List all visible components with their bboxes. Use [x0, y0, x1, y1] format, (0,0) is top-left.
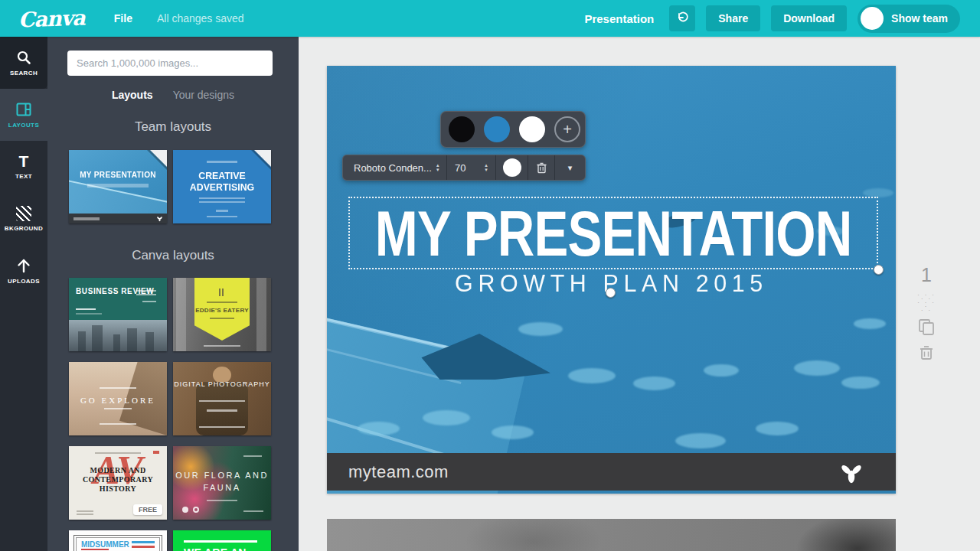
thumb-title: GO EXPLORE	[69, 396, 167, 405]
file-menu[interactable]: File	[114, 12, 132, 24]
layout-grid-icon	[15, 101, 32, 118]
search-input[interactable]	[67, 51, 273, 76]
layout-thumb-midsummer[interactable]: MIDSUMMER	[69, 530, 167, 551]
magnifier-icon	[15, 49, 32, 66]
thumb-text-bar	[243, 455, 262, 457]
flower-logo-icon	[839, 460, 864, 484]
thumb-text-bar	[77, 510, 93, 512]
text-color-button[interactable]	[496, 155, 529, 180]
section-title-team-layouts: Team layouts	[47, 119, 299, 135]
cloud-shape	[756, 422, 799, 435]
upload-arrow-icon	[15, 257, 32, 274]
layout-thumb-creative-advertising[interactable]: CREATIVE ADVERTISING	[173, 150, 271, 223]
thumb-title: MODERN AND CONTEMPORARY HISTORY	[69, 466, 167, 494]
resize-handle[interactable]	[874, 265, 884, 275]
cloud-shape	[675, 433, 726, 448]
current-text-color-swatch	[503, 158, 521, 177]
cloud-shape	[358, 422, 400, 435]
tab-your-designs[interactable]: Your designs	[173, 89, 234, 101]
photo-soft-shape	[465, 519, 603, 551]
thumb-text-bar	[142, 301, 156, 302]
layout-thumb-modern-contemporary-history[interactable]: AV MODERN AND CONTEMPORARY HISTORY FREE	[69, 446, 167, 520]
rotate-handle[interactable]	[606, 288, 616, 298]
top-bar: Canva File All changes saved Presentatio…	[0, 0, 980, 37]
stepper-icon[interactable]: ▴▾	[436, 163, 439, 172]
thumb-subtitle-bar	[87, 184, 149, 187]
sidebar-item-label: TEXT	[15, 173, 32, 180]
slide-footer-url[interactable]: myteam.com	[348, 462, 449, 482]
slide-footer-bar[interactable]: myteam.com	[327, 453, 896, 491]
thumb-text-bar	[132, 541, 155, 543]
undo-button[interactable]	[669, 5, 695, 31]
photo-hair-shape	[796, 519, 896, 551]
sidebar-item-text[interactable]: T TEXT	[0, 141, 47, 193]
duplicate-page-button[interactable]	[917, 318, 936, 336]
download-button[interactable]: Download	[771, 5, 847, 31]
thumb-rule	[184, 540, 257, 543]
layout-thumb-business-review[interactable]: BUSINESS REVIEW	[69, 278, 167, 351]
slide-2-preview[interactable]	[327, 519, 896, 551]
flower-icon	[156, 215, 163, 222]
layout-thumb-eddies-eatery[interactable]: EDDIE'S EATERY	[173, 278, 271, 351]
cloud-shape	[854, 318, 886, 329]
delete-text-button[interactable]	[528, 155, 555, 180]
page-number: 1	[916, 264, 937, 286]
canva-layouts-grid: BUSINESS REVIEW EDDIE'S EATERY	[69, 278, 277, 551]
thumb-text-bar	[210, 318, 234, 319]
thumb-title: DIGITAL PHOTOGRAPHY	[173, 380, 271, 389]
thumb-text-bar	[199, 426, 245, 428]
avatar	[861, 7, 884, 30]
font-family-value: Roboto Conden...	[354, 162, 432, 174]
thumb-text-bar	[100, 387, 136, 389]
thumb-title: OUR FLORA AND FAUNA	[173, 469, 271, 494]
sidebar-item-label: BKGROUND	[5, 225, 43, 232]
text-selection-box[interactable]: MY PRESENTATION	[348, 197, 878, 269]
sidebar-item-label: SEARCH	[10, 70, 38, 77]
sidebar-item-search[interactable]: SEARCH	[0, 37, 47, 89]
thumb-text-bar	[104, 408, 132, 409]
topbar-actions: Presentation Share Download Show team	[584, 5, 960, 33]
canva-logo[interactable]: Canva	[18, 5, 85, 31]
cloud-shape	[423, 410, 470, 425]
color-swatch-blue[interactable]	[484, 116, 510, 142]
show-team-label: Show team	[891, 12, 948, 24]
color-swatch-white[interactable]	[519, 116, 545, 142]
layout-thumb-digital-photography[interactable]: DIGITAL PHOTOGRAPHY	[173, 362, 271, 435]
thumb-text-bar	[207, 216, 237, 217]
font-family-select[interactable]: Roboto Conden... ▴▾	[343, 155, 447, 180]
stepper-icon[interactable]: ▴▾	[485, 163, 488, 172]
thumb-building	[145, 332, 154, 351]
diagonal-stripes-icon	[16, 206, 31, 221]
tab-layouts[interactable]: Layouts	[112, 89, 153, 101]
layout-thumb-go-explore[interactable]: GO EXPLORE	[69, 362, 167, 435]
thumb-text-bar	[207, 161, 237, 163]
canva-editor: Canva File All changes saved Presentatio…	[0, 0, 980, 551]
page-drag-handle-icon[interactable]: · · · · · · · · · · ·	[914, 293, 939, 307]
layout-thumb-my-presentation[interactable]: MY PRESENTATION	[69, 150, 167, 223]
cloud-shape	[518, 322, 563, 336]
add-color-button[interactable]: +	[554, 116, 580, 142]
thumb-text-bar	[199, 201, 245, 203]
thumb-text-bar	[76, 313, 102, 315]
more-options-button[interactable]: ▾	[555, 155, 585, 180]
free-badge: FREE	[133, 504, 162, 515]
thumb-text-bar	[136, 290, 156, 292]
thumb-title: CREATIVE ADVERTISING	[186, 170, 259, 193]
layout-thumb-we-are-an[interactable]: WE ARE AN	[173, 530, 271, 551]
color-swatch-black[interactable]	[449, 116, 475, 142]
slide-title-text[interactable]: MY PRESENTATION	[375, 201, 852, 266]
thumb-title: MY PRESENTATION	[73, 170, 163, 179]
sidebar-item-layouts[interactable]: LAYOUTS	[0, 89, 47, 141]
sidebar-item-background[interactable]: BKGROUND	[0, 193, 47, 245]
sidebar-item-uploads[interactable]: UPLOADS	[0, 245, 47, 297]
share-button[interactable]: Share	[706, 5, 760, 31]
show-team-button[interactable]: Show team	[858, 5, 960, 33]
cloud-shape	[568, 368, 616, 383]
color-toolbar: +	[440, 111, 586, 148]
save-status: All changes saved	[157, 12, 244, 24]
delete-page-button[interactable]	[919, 344, 934, 360]
thumb-text-bar	[207, 409, 237, 412]
undo-icon	[675, 11, 689, 25]
font-size-stepper[interactable]: 70 ▴▾	[447, 155, 496, 180]
layout-thumb-our-flora-and-fauna[interactable]: OUR FLORA AND FAUNA	[173, 446, 271, 520]
